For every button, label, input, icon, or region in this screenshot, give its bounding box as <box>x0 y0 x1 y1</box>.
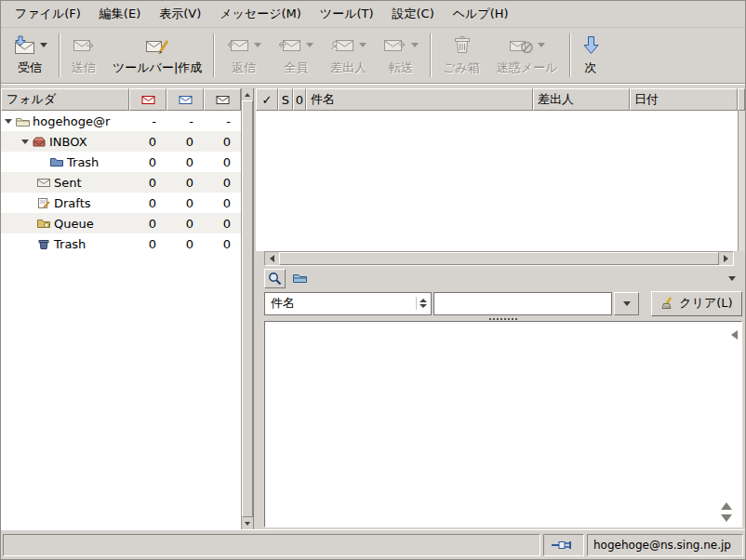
folder-unread-count: 0 <box>167 196 204 210</box>
from-column-header[interactable]: 差出人 <box>533 88 630 111</box>
folder-unread-count: 0 <box>167 176 204 190</box>
folder-pane-scrollbar[interactable] <box>241 88 253 529</box>
folder-name: Trash <box>67 155 99 169</box>
total-mail-icon <box>216 95 230 105</box>
account-folder-icon <box>15 115 30 127</box>
message-list[interactable] <box>256 111 745 251</box>
folder-row-drafts[interactable]: Drafts 0 0 0 <box>1 193 241 213</box>
toolbar-separator <box>59 33 60 77</box>
folder-row-inbox[interactable]: INBOX 0 0 0 <box>1 131 241 152</box>
folder-name: Queue <box>54 217 94 231</box>
pane-grip-icon[interactable] <box>489 318 517 320</box>
message-view-scroll-steppers[interactable] <box>721 502 732 522</box>
menu-configuration[interactable]: 設定(C) <box>383 3 444 25</box>
arrow-down-icon[interactable] <box>721 514 732 522</box>
main-content: フォルダ hogehoge@r - - - INBOX <box>1 83 745 529</box>
send-label: 送信 <box>72 60 96 74</box>
search-field-combo[interactable]: 件名 <box>264 292 432 315</box>
menu-help[interactable]: ヘルプ(H) <box>444 3 518 25</box>
receive-icon <box>12 35 35 55</box>
folder-icon <box>49 156 64 168</box>
total-mail-column-header[interactable] <box>204 88 241 111</box>
next-button[interactable]: 次 <box>574 29 608 82</box>
reply-sender-button: 差出人 <box>322 29 375 82</box>
compose-button[interactable]: ツールバー|作成 <box>104 29 210 82</box>
scroll-down-button[interactable] <box>242 517 253 529</box>
receive-dropdown-icon[interactable] <box>40 43 47 47</box>
forward-icon <box>383 36 406 54</box>
status-column-header[interactable]: S <box>278 88 293 111</box>
search-folder-button[interactable] <box>292 273 308 285</box>
subject-column-header[interactable]: 件名 <box>306 88 533 111</box>
trash-folder-icon <box>36 238 51 250</box>
message-view <box>264 321 742 527</box>
junk-icon <box>509 35 533 55</box>
folder-row-queue[interactable]: Queue 0 0 0 <box>1 213 241 233</box>
scrollbar-thumb[interactable] <box>242 100 253 517</box>
folder-row-inbox-trash[interactable]: Trash 0 0 0 <box>1 152 241 172</box>
mark-column-header[interactable]: ✓ <box>256 88 278 111</box>
folder-column-header[interactable]: フォルダ <box>1 88 129 111</box>
attachment-column-header[interactable]: 0 <box>293 88 306 111</box>
search-folder-icon <box>292 273 308 285</box>
scroll-up-button[interactable] <box>242 88 253 100</box>
reply-sender-dropdown-icon <box>359 43 366 47</box>
folder-tree: hogehoge@r - - - INBOX 0 0 0 Tras <box>1 111 241 254</box>
menu-edit[interactable]: 編集(E) <box>90 3 150 25</box>
combo-spinner[interactable] <box>416 297 430 310</box>
folder-row-trash[interactable]: Trash 0 0 0 <box>1 233 241 254</box>
next-icon <box>582 35 600 55</box>
trash-icon <box>451 35 472 55</box>
account-status: hogehoge@ns.sing.ne.jp <box>587 534 743 556</box>
folder-name: INBOX <box>49 135 87 149</box>
message-list-header: ✓ S 0 件名 差出人 日付 <box>256 88 745 111</box>
collapse-left-icon[interactable] <box>731 330 738 340</box>
folder-total-count: 0 <box>204 217 241 231</box>
menu-view[interactable]: 表示(V) <box>150 3 210 25</box>
search-history-dropdown-button[interactable] <box>614 292 639 315</box>
message-list-hscrollbar[interactable] <box>264 251 734 266</box>
compose-icon <box>145 35 169 55</box>
folder-name: Sent <box>54 176 82 190</box>
expander-icon[interactable] <box>5 119 12 124</box>
toolbar-separator <box>569 33 571 77</box>
next-label: 次 <box>585 60 597 74</box>
mail-client-window: { "theme": {"window_bg": "#d6d3ce", "acc… <box>0 0 746 560</box>
clear-label: クリア(L) <box>679 295 732 312</box>
search-button[interactable] <box>264 269 286 288</box>
drafts-icon <box>36 197 51 209</box>
receive-button[interactable]: 受信 <box>4 29 56 82</box>
folder-name: hogehoge@r <box>33 114 110 128</box>
scroll-left-button[interactable] <box>265 252 279 265</box>
menu-tools[interactable]: ツール(T) <box>311 3 383 25</box>
folder-row-sent[interactable]: Sent 0 0 0 <box>1 172 241 193</box>
quick-search-controls: 件名 クリア(L) <box>256 290 745 321</box>
toolbar: 受信 送信 ツールバー|作成 返信 全員 差出人 <box>1 28 745 83</box>
message-list-vscrollbar[interactable] <box>738 111 745 251</box>
menu-file[interactable]: ファイル(F) <box>6 3 90 25</box>
menu-message[interactable]: メッセージ(M) <box>210 3 311 25</box>
expander-icon[interactable] <box>21 140 29 144</box>
message-list-empty-area[interactable] <box>256 111 738 251</box>
junk-label: 迷惑メール <box>497 60 558 74</box>
scrollbar-thumb[interactable] <box>279 252 719 265</box>
arrow-left-icon <box>270 255 274 262</box>
reply-button: 返信 <box>218 29 270 82</box>
queue-icon <box>36 218 51 230</box>
new-mail-column-header[interactable] <box>129 88 167 111</box>
scroll-right-button[interactable] <box>719 252 733 265</box>
clear-button[interactable]: クリア(L) <box>651 291 742 316</box>
folder-row-account[interactable]: hogehoge@r - - - <box>1 111 241 131</box>
connection-panel <box>543 534 584 556</box>
filler-column-header <box>738 88 745 111</box>
spinner-down-icon <box>420 304 427 308</box>
reply-icon <box>226 36 249 54</box>
reply-all-label: 全員 <box>284 60 308 74</box>
search-input[interactable] <box>433 292 612 315</box>
date-column-header[interactable]: 日付 <box>630 88 738 111</box>
unread-mail-column-header[interactable] <box>167 88 204 111</box>
arrow-up-icon[interactable] <box>721 502 732 510</box>
trash-button: ごみ箱 <box>434 29 488 82</box>
folder-total-count: 0 <box>204 135 241 149</box>
search-options-dropdown-icon[interactable] <box>728 276 736 281</box>
